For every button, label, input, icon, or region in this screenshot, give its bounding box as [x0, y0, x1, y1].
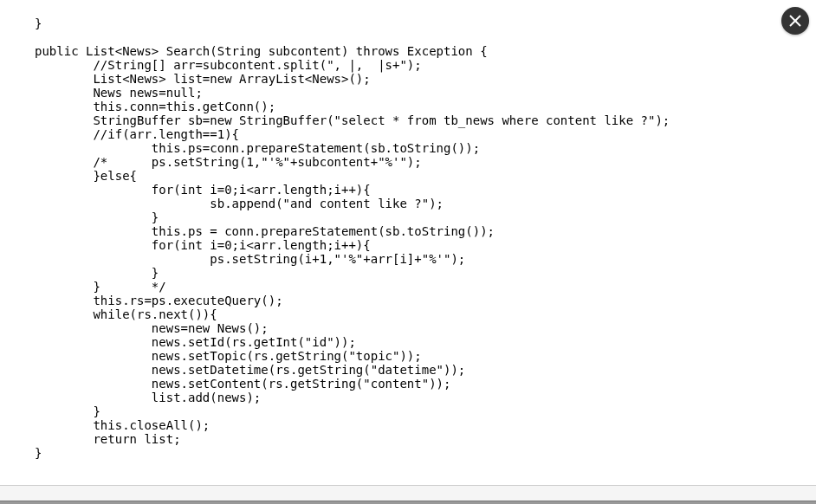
- code-viewer-panel: } public List<News> Search(String subcon…: [0, 0, 816, 486]
- close-icon: [788, 14, 802, 28]
- window-bottom-border: [0, 501, 816, 504]
- code-content: } public List<News> Search(String subcon…: [35, 16, 807, 460]
- close-button[interactable]: [781, 7, 809, 35]
